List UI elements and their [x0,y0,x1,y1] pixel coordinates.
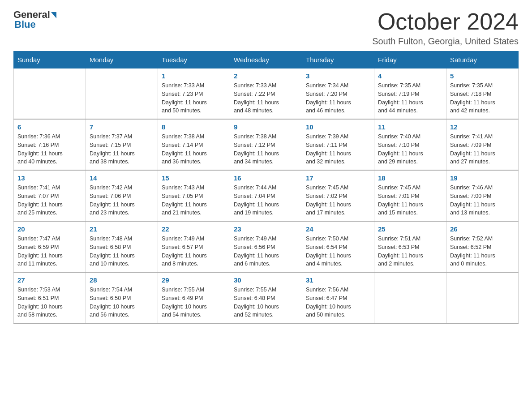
day-info: Sunrise: 7:41 AMSunset: 7:07 PMDaylight:… [17,184,82,217]
day-info: Sunrise: 7:40 AMSunset: 7:10 PMDaylight:… [378,133,442,166]
calendar-cell: 14Sunrise: 7:42 AMSunset: 7:06 PMDayligh… [86,170,158,221]
day-info: Sunrise: 7:55 AMSunset: 6:49 PMDaylight:… [162,286,226,319]
day-number: 11 [378,123,442,131]
calendar-cell: 1Sunrise: 7:33 AMSunset: 7:23 PMDaylight… [158,68,230,120]
day-number: 10 [306,123,370,131]
calendar-week-4: 20Sunrise: 7:47 AMSunset: 6:59 PMDayligh… [14,221,519,272]
day-info: Sunrise: 7:33 AMSunset: 7:22 PMDaylight:… [234,81,298,115]
day-info: Sunrise: 7:56 AMSunset: 6:47 PMDaylight:… [306,286,370,319]
calendar-cell: 12Sunrise: 7:41 AMSunset: 7:09 PMDayligh… [446,119,519,170]
day-number: 22 [162,225,226,233]
day-number: 17 [306,174,370,182]
calendar-cell: 5Sunrise: 7:35 AMSunset: 7:18 PMDaylight… [446,68,519,120]
calendar-cell: 4Sunrise: 7:35 AMSunset: 7:19 PMDaylight… [374,68,446,120]
day-info: Sunrise: 7:34 AMSunset: 7:20 PMDaylight:… [306,81,370,115]
day-number: 2 [234,72,298,80]
day-number: 16 [234,174,298,182]
calendar-cell: 2Sunrise: 7:33 AMSunset: 7:22 PMDaylight… [230,68,302,120]
day-info: Sunrise: 7:49 AMSunset: 6:56 PMDaylight:… [234,235,298,268]
weekday-header-wednesday: Wednesday [230,51,302,68]
day-number: 27 [17,276,82,284]
day-number: 23 [234,225,298,233]
calendar-cell [86,68,158,120]
day-number: 20 [17,225,82,233]
day-number: 6 [17,123,82,131]
calendar-cell: 16Sunrise: 7:44 AMSunset: 7:04 PMDayligh… [230,170,302,221]
day-info: Sunrise: 7:37 AMSunset: 7:15 PMDaylight:… [90,133,154,166]
day-number: 25 [378,225,442,233]
day-info: Sunrise: 7:33 AMSunset: 7:23 PMDaylight:… [162,81,226,115]
calendar-cell: 26Sunrise: 7:52 AMSunset: 6:52 PMDayligh… [446,221,519,272]
day-info: Sunrise: 7:49 AMSunset: 6:57 PMDaylight:… [162,235,226,268]
calendar-cell: 30Sunrise: 7:55 AMSunset: 6:48 PMDayligh… [230,272,302,323]
calendar-cell [374,272,446,323]
day-number: 8 [162,123,226,131]
weekday-header-tuesday: Tuesday [158,51,230,68]
day-number: 29 [162,276,226,284]
day-info: Sunrise: 7:50 AMSunset: 6:54 PMDaylight:… [306,235,370,268]
day-number: 12 [450,123,515,131]
calendar-week-2: 6Sunrise: 7:36 AMSunset: 7:16 PMDaylight… [14,119,519,170]
day-number: 7 [90,123,154,131]
calendar-cell: 7Sunrise: 7:37 AMSunset: 7:15 PMDaylight… [86,119,158,170]
day-number: 15 [162,174,226,182]
day-info: Sunrise: 7:45 AMSunset: 7:02 PMDaylight:… [306,184,370,217]
day-number: 19 [450,174,515,182]
calendar-cell [446,272,519,323]
day-info: Sunrise: 7:47 AMSunset: 6:59 PMDaylight:… [17,235,82,268]
logo-blue-text: Blue [13,19,36,30]
day-info: Sunrise: 7:35 AMSunset: 7:18 PMDaylight:… [450,81,515,115]
weekday-header-thursday: Thursday [302,51,374,68]
calendar-week-1: 1Sunrise: 7:33 AMSunset: 7:23 PMDaylight… [14,68,519,120]
day-number: 1 [162,72,226,80]
logo: General Blue [13,9,56,30]
calendar-cell: 18Sunrise: 7:45 AMSunset: 7:01 PMDayligh… [374,170,446,221]
calendar-cell: 9Sunrise: 7:38 AMSunset: 7:12 PMDaylight… [230,119,302,170]
logo-arrow-icon [51,12,56,18]
calendar-cell: 10Sunrise: 7:39 AMSunset: 7:11 PMDayligh… [302,119,374,170]
calendar-cell: 6Sunrise: 7:36 AMSunset: 7:16 PMDaylight… [14,119,86,170]
calendar-cell: 8Sunrise: 7:38 AMSunset: 7:14 PMDaylight… [158,119,230,170]
calendar-cell: 21Sunrise: 7:48 AMSunset: 6:58 PMDayligh… [86,221,158,272]
calendar-cell: 24Sunrise: 7:50 AMSunset: 6:54 PMDayligh… [302,221,374,272]
day-number: 14 [90,174,154,182]
day-number: 30 [234,276,298,284]
weekday-header-friday: Friday [374,51,446,68]
day-info: Sunrise: 7:41 AMSunset: 7:09 PMDaylight:… [450,133,515,166]
day-info: Sunrise: 7:35 AMSunset: 7:19 PMDaylight:… [378,81,442,115]
page-header: General Blue October 2024 South Fulton, … [13,9,519,47]
calendar-cell: 17Sunrise: 7:45 AMSunset: 7:02 PMDayligh… [302,170,374,221]
day-info: Sunrise: 7:38 AMSunset: 7:14 PMDaylight:… [162,133,226,166]
day-number: 13 [17,174,82,182]
calendar-table: SundayMondayTuesdayWednesdayThursdayFrid… [13,51,519,324]
day-info: Sunrise: 7:43 AMSunset: 7:05 PMDaylight:… [162,184,226,217]
calendar-cell: 11Sunrise: 7:40 AMSunset: 7:10 PMDayligh… [374,119,446,170]
calendar-cell: 29Sunrise: 7:55 AMSunset: 6:49 PMDayligh… [158,272,230,323]
day-info: Sunrise: 7:44 AMSunset: 7:04 PMDaylight:… [234,184,298,217]
day-number: 4 [378,72,442,80]
calendar-cell: 19Sunrise: 7:46 AMSunset: 7:00 PMDayligh… [446,170,519,221]
day-info: Sunrise: 7:39 AMSunset: 7:11 PMDaylight:… [306,133,370,166]
calendar-cell: 31Sunrise: 7:56 AMSunset: 6:47 PMDayligh… [302,272,374,323]
day-number: 21 [90,225,154,233]
day-number: 18 [378,174,442,182]
calendar-cell: 25Sunrise: 7:51 AMSunset: 6:53 PMDayligh… [374,221,446,272]
title-area: October 2024 South Fulton, Georgia, Unit… [372,9,519,47]
calendar-cell [14,68,86,120]
day-number: 3 [306,72,370,80]
calendar-cell: 3Sunrise: 7:34 AMSunset: 7:20 PMDaylight… [302,68,374,120]
day-number: 28 [90,276,154,284]
day-info: Sunrise: 7:48 AMSunset: 6:58 PMDaylight:… [90,235,154,268]
calendar-cell: 20Sunrise: 7:47 AMSunset: 6:59 PMDayligh… [14,221,86,272]
day-number: 24 [306,225,370,233]
calendar-cell: 15Sunrise: 7:43 AMSunset: 7:05 PMDayligh… [158,170,230,221]
weekday-header-sunday: Sunday [14,51,86,68]
calendar-cell: 13Sunrise: 7:41 AMSunset: 7:07 PMDayligh… [14,170,86,221]
day-number: 31 [306,276,370,284]
calendar-week-5: 27Sunrise: 7:53 AMSunset: 6:51 PMDayligh… [14,272,519,323]
day-info: Sunrise: 7:38 AMSunset: 7:12 PMDaylight:… [234,133,298,166]
day-info: Sunrise: 7:52 AMSunset: 6:52 PMDaylight:… [450,235,515,268]
day-info: Sunrise: 7:53 AMSunset: 6:51 PMDaylight:… [17,286,82,319]
month-title: October 2024 [372,9,519,34]
day-info: Sunrise: 7:55 AMSunset: 6:48 PMDaylight:… [234,286,298,319]
